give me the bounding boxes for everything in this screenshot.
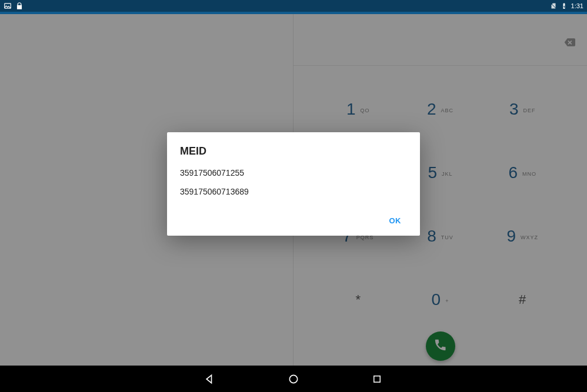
back-button[interactable] — [204, 373, 216, 386]
no-sim-icon — [550, 2, 557, 9]
status-right: 1:31 — [550, 2, 583, 9]
nav-bar — [0, 366, 587, 392]
meid-dialog: MEID 35917506071255 359175060713689 OK — [167, 132, 420, 236]
meid-value-2: 359175060713689 — [180, 187, 407, 196]
battery-icon — [561, 2, 568, 9]
image-icon — [4, 2, 12, 10]
dialog-actions: OK — [180, 206, 407, 230]
main-area: 1QO 2ABC 3DEF 4GHI 5JKL 6MNO 7PQRS 8TUV … — [0, 14, 587, 366]
dialog-title: MEID — [180, 145, 407, 158]
svg-point-2 — [289, 375, 297, 383]
ok-button[interactable]: OK — [383, 212, 408, 230]
home-button[interactable] — [287, 373, 300, 386]
meid-value-1: 35917506071255 — [180, 168, 407, 177]
status-bar: 1:31 — [0, 0, 587, 12]
svg-rect-3 — [374, 376, 381, 382]
status-left — [4, 2, 24, 10]
lock-icon — [15, 2, 24, 10]
dialog-scrim[interactable]: MEID 35917506071255 359175060713689 OK — [0, 14, 587, 366]
status-time: 1:31 — [571, 2, 583, 9]
recent-button[interactable] — [371, 373, 383, 386]
